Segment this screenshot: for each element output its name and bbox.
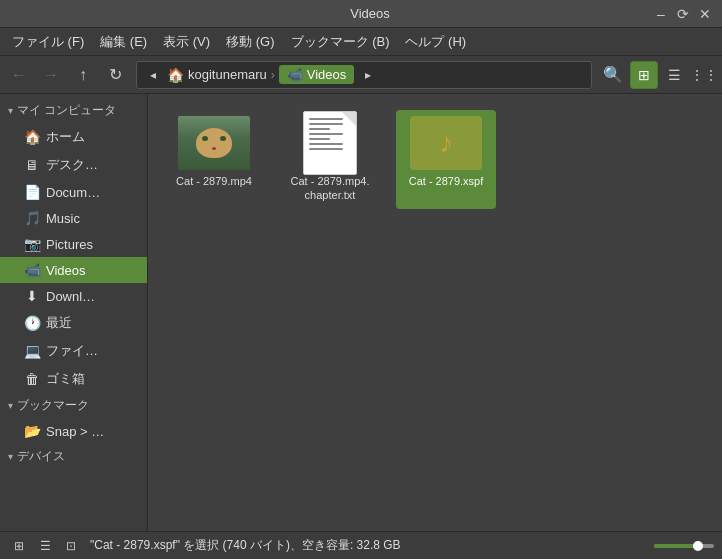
toolbar: ← → ↑ ↻ ◂ 🏠 kogitunemaru › 📹 Videos ▸ 🔍 … <box>0 56 722 94</box>
sidebar-item-trash-label: ゴミ箱 <box>46 370 85 388</box>
breadcrumb-home-label: kogitunemaru <box>188 67 267 82</box>
cat-mp4-thumbnail <box>178 116 250 170</box>
cat-txt-icon-wrapper <box>294 116 366 170</box>
menu-file[interactable]: ファイル (F) <box>4 29 92 55</box>
text-line-5 <box>309 138 330 140</box>
sidebar-item-pictures-label: Pictures <box>46 237 93 252</box>
sidebar-item-videos[interactable]: 📹 Videos <box>0 257 147 283</box>
cat-nose <box>212 147 216 150</box>
sidebar-item-desktop[interactable]: 🖥 デスク… <box>0 151 147 179</box>
sidebar-section-bookmarks[interactable]: ▾ ブックマーク <box>0 393 147 418</box>
statusbar-icon-btn-3[interactable]: ⊡ <box>60 535 82 557</box>
chevron-right-icon-dev: ▾ <box>8 451 13 462</box>
breadcrumb-videos-icon: 📹 <box>287 67 303 82</box>
music-icon: 🎵 <box>24 210 40 226</box>
view-list-button[interactable]: ☰ <box>660 61 688 89</box>
search-button[interactable]: 🔍 <box>598 60 628 90</box>
restore-button[interactable]: ⟳ <box>674 5 692 23</box>
pictures-icon: 📷 <box>24 236 40 252</box>
breadcrumb-videos-label: Videos <box>307 67 347 82</box>
sidebar-item-desktop-label: デスク… <box>46 156 98 174</box>
sidebar-item-trash[interactable]: 🗑 ゴミ箱 <box>0 365 147 393</box>
statusbar-icon-btn-1[interactable]: ⊞ <box>8 535 30 557</box>
sidebar-item-filesystem[interactable]: 💻 ファイ… <box>0 337 147 365</box>
file-name-cat-mp4: Cat - 2879.mp4 <box>176 174 252 188</box>
chevron-down-icon-bm: ▾ <box>8 400 13 411</box>
statusbar-icon-btn-2[interactable]: ☰ <box>34 535 56 557</box>
music-note-icon: ♪ <box>439 127 453 159</box>
titlebar-controls: – ⟳ ✕ <box>652 5 714 23</box>
zoom-thumb[interactable] <box>693 541 703 551</box>
file-item-cat-txt[interactable]: Cat - 2879.mp4.chapter.txt <box>280 110 380 209</box>
sidebar-item-recent[interactable]: 🕐 最近 <box>0 309 147 337</box>
cat-face <box>196 128 232 158</box>
up-button[interactable]: ↑ <box>68 60 98 90</box>
sidebar: ▾ マイ コンピュータ 🏠 ホーム 🖥 デスク… 📄 Docum… 🎵 Musi… <box>0 94 148 531</box>
main-area: ▾ マイ コンピュータ 🏠 ホーム 🖥 デスク… 📄 Docum… 🎵 Musi… <box>0 94 722 531</box>
text-line-7 <box>309 148 343 150</box>
cat-eye-right <box>220 136 226 141</box>
menu-view[interactable]: 表示 (V) <box>155 29 218 55</box>
menu-edit[interactable]: 編集 (E) <box>92 29 155 55</box>
snap-icon: 📂 <box>24 423 40 439</box>
sidebar-item-documents[interactable]: 📄 Docum… <box>0 179 147 205</box>
view-detail-button[interactable]: ⋮⋮ <box>690 61 718 89</box>
sidebar-item-documents-label: Docum… <box>46 185 100 200</box>
sidebar-section-mycomputer[interactable]: ▾ マイ コンピュータ <box>0 98 147 123</box>
zoom-slider[interactable] <box>654 544 714 548</box>
sidebar-section-devices-label: デバイス <box>17 448 65 465</box>
sidebar-item-home[interactable]: 🏠 ホーム <box>0 123 147 151</box>
back-button[interactable]: ← <box>4 60 34 90</box>
refresh-button[interactable]: ↻ <box>100 60 130 90</box>
forward-button[interactable]: → <box>36 60 66 90</box>
view-grid-button[interactable]: ⊞ <box>630 61 658 89</box>
text-line-2 <box>309 123 343 125</box>
menu-help[interactable]: ヘルプ (H) <box>397 29 474 55</box>
zoom-fill <box>654 544 696 548</box>
cat-thumbnail-body <box>178 116 250 170</box>
sidebar-item-snap[interactable]: 📂 Snap > … <box>0 418 147 444</box>
desktop-icon: 🖥 <box>24 157 40 173</box>
menu-bookmarks[interactable]: ブックマーク (B) <box>283 29 398 55</box>
text-file-icon <box>303 111 357 175</box>
sidebar-section-devices[interactable]: ▾ デバイス <box>0 444 147 469</box>
trash-icon: 🗑 <box>24 371 40 387</box>
breadcrumb-home-icon: 🏠 <box>167 67 184 83</box>
sidebar-item-downloads[interactable]: ⬇ Downl… <box>0 283 147 309</box>
file-content-area: Cat - 2879.mp4 Cat - 2879. <box>148 94 722 531</box>
videos-icon: 📹 <box>24 262 40 278</box>
file-name-cat-txt: Cat - 2879.mp4.chapter.txt <box>291 174 370 203</box>
breadcrumb-nav-left[interactable]: ◂ <box>143 61 163 89</box>
file-name-cat-xspf: Cat - 2879.xspf <box>409 174 484 188</box>
breadcrumb-nav-right[interactable]: ▸ <box>358 61 378 89</box>
text-line-3 <box>309 128 330 130</box>
sidebar-item-downloads-label: Downl… <box>46 289 95 304</box>
text-line-1 <box>309 118 343 120</box>
titlebar-title: Videos <box>88 6 652 21</box>
statusbar-icons: ⊞ ☰ ⊡ <box>8 535 82 557</box>
file-item-cat-mp4[interactable]: Cat - 2879.mp4 <box>164 110 264 209</box>
titlebar: Videos – ⟳ ✕ <box>0 0 722 28</box>
downloads-icon: ⬇ <box>24 288 40 304</box>
breadcrumb-bar: ◂ 🏠 kogitunemaru › 📹 Videos ▸ <box>136 61 592 89</box>
sidebar-item-filesystem-label: ファイ… <box>46 342 98 360</box>
toolbar-right: 🔍 ⊞ ☰ ⋮⋮ <box>598 60 718 90</box>
recent-icon: 🕐 <box>24 315 40 331</box>
sidebar-item-music-label: Music <box>46 211 80 226</box>
close-button[interactable]: ✕ <box>696 5 714 23</box>
xspf-icon-wrapper: ♪ <box>410 116 482 170</box>
sidebar-item-music[interactable]: 🎵 Music <box>0 205 147 231</box>
breadcrumb-current: 📹 Videos <box>279 65 355 84</box>
sidebar-item-recent-label: 最近 <box>46 314 72 332</box>
menubar: ファイル (F) 編集 (E) 表示 (V) 移動 (G) ブックマーク (B)… <box>0 28 722 56</box>
sidebar-item-pictures[interactable]: 📷 Pictures <box>0 231 147 257</box>
file-item-cat-xspf[interactable]: ♪ Cat - 2879.xspf <box>396 110 496 209</box>
minimize-button[interactable]: – <box>652 5 670 23</box>
file-grid: Cat - 2879.mp4 Cat - 2879. <box>164 110 706 209</box>
menu-go[interactable]: 移動 (G) <box>218 29 282 55</box>
statusbar: ⊞ ☰ ⊡ "Cat - 2879.xspf" を選択 (740 バイト)、空き… <box>0 531 722 559</box>
sidebar-item-videos-label: Videos <box>46 263 86 278</box>
sidebar-section-bookmarks-label: ブックマーク <box>17 397 89 414</box>
text-file-fold <box>342 112 356 126</box>
home-icon: 🏠 <box>24 129 40 145</box>
